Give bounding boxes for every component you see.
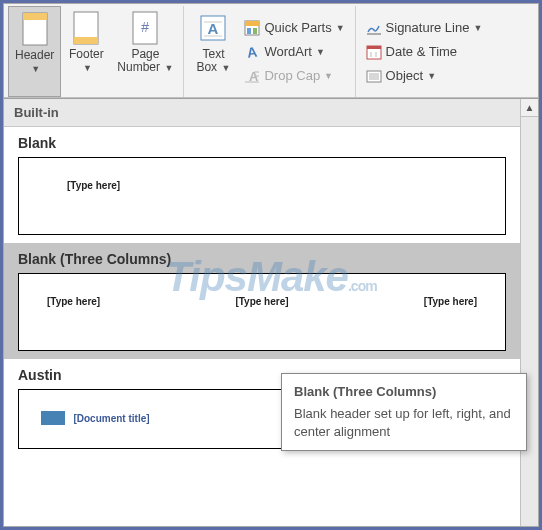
placeholder-text: [Document title] [73,413,149,424]
chevron-down-icon: ▼ [427,71,436,81]
footer-icon [70,10,102,46]
drop-cap-label: Drop Cap [264,68,320,83]
tooltip-description: Blank header set up for left, right, and… [294,405,514,440]
gallery-item-name: Blank (Three Columns) [4,243,520,273]
austin-accent-bar [41,411,65,425]
header-icon [19,11,51,47]
scroll-up-button[interactable]: ▲ [521,99,538,117]
chevron-down-icon: ▼ [31,64,40,74]
svg-text:A: A [208,20,219,37]
date-time-button[interactable]: Date & Time [364,41,485,63]
gallery-section-header: Built-in [4,99,520,127]
svg-text:#: # [142,19,150,35]
svg-rect-1 [23,13,47,20]
placeholder-text: [Type here] [67,180,120,191]
header-button[interactable]: Header▼ [8,6,61,97]
object-icon [366,68,382,84]
chevron-down-icon: ▼ [336,23,345,33]
footer-label: Footer [69,47,104,61]
drop-cap-button[interactable]: A Drop Cap ▼ [242,65,346,87]
svg-rect-21 [367,46,381,49]
svg-rect-13 [253,28,257,34]
quick-parts-label: Quick Parts [264,20,331,35]
object-label: Object [386,68,424,83]
wordart-button[interactable]: A WordArt ▼ [242,41,346,63]
gallery-item-name: Blank [4,127,520,157]
header-gallery: Built-in Blank [Type here] Blank (Three … [4,99,520,526]
page-number-button[interactable]: # Page Number ▼ [111,6,179,97]
chevron-down-icon: ▼ [324,71,333,81]
chevron-down-icon: ▼ [83,63,92,73]
chevron-down-icon: ▼ [162,63,173,73]
placeholder-text: [Type here] [47,296,100,307]
tooltip-title: Blank (Three Columns) [294,384,514,399]
tooltip: Blank (Three Columns) Blank header set u… [281,373,527,451]
placeholder-text: [Type here] [235,296,288,307]
chevron-down-icon: ▼ [473,23,482,33]
svg-rect-25 [369,73,379,80]
wordart-icon: A [244,44,260,60]
wordart-label: WordArt [264,44,311,59]
header-label: Header [15,48,54,62]
signature-line-label: Signature Line [386,20,470,35]
quick-parts-button[interactable]: Quick Parts ▼ [242,17,346,39]
footer-button[interactable]: Footer▼ [61,6,111,97]
date-time-label: Date & Time [386,44,458,59]
chevron-down-icon: ▼ [219,63,230,73]
svg-rect-12 [247,28,251,34]
page-number-label: Page Number [117,47,160,74]
signature-line-button[interactable]: Signature Line ▼ [364,17,485,39]
gallery-item-blank-three-columns[interactable]: [Type here] [Type here] [Type here] [18,273,506,351]
text-box-button[interactable]: A Text Box ▼ [188,6,238,97]
quick-parts-icon [244,20,260,36]
chevron-down-icon: ▼ [316,47,325,57]
text-box-icon: A [197,10,229,46]
object-button[interactable]: Object ▼ [364,65,485,87]
gallery-scrollbar[interactable]: ▲ [520,99,538,526]
drop-cap-icon: A [244,68,260,84]
svg-text:A: A [246,44,258,60]
gallery-item-blank[interactable]: [Type here] [18,157,506,235]
placeholder-text: [Type here] [424,296,477,307]
svg-rect-11 [245,21,259,26]
signature-line-icon [366,20,382,36]
ribbon: Header▼ Footer▼ # Page Number ▼ A Text [4,4,538,98]
page-number-icon: # [129,10,161,46]
date-time-icon [366,44,382,60]
svg-rect-3 [74,37,98,44]
